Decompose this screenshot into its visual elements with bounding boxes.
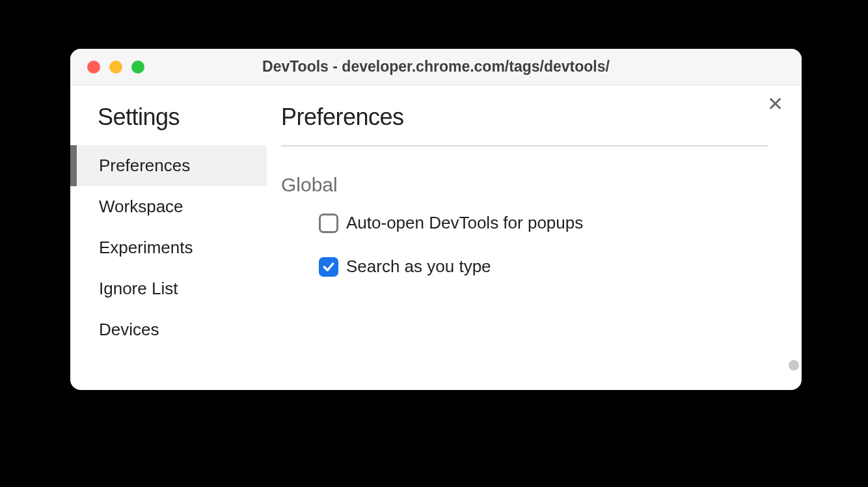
scrollbar-thumb[interactable] [789,360,799,370]
sidebar-item-label: Devices [99,320,159,339]
sidebar: Settings Preferences Workspace Experimen… [70,85,267,390]
content-area: ✕ Settings Preferences Workspace Experim… [70,85,802,390]
option-search-as-you-type[interactable]: Search as you type [319,257,787,277]
sidebar-item-label: Preferences [99,156,190,175]
window-title: DevTools - developer.chrome.com/tags/dev… [70,58,802,76]
sidebar-item-preferences[interactable]: Preferences [70,145,267,186]
sidebar-item-ignore-list[interactable]: Ignore List [70,268,267,309]
sidebar-item-workspace[interactable]: Workspace [70,186,267,227]
checkbox-unchecked-icon[interactable] [319,214,338,233]
window-close-button[interactable] [87,61,100,74]
window-minimize-button[interactable] [109,61,122,74]
traffic-lights [70,61,144,74]
sidebar-item-label: Experiments [99,238,193,257]
divider [281,145,768,146]
sidebar-item-label: Workspace [99,197,183,216]
window-maximize-button[interactable] [131,61,144,74]
titlebar: DevTools - developer.chrome.com/tags/dev… [70,49,802,85]
option-label: Search as you type [346,257,491,277]
option-auto-open-devtools[interactable]: Auto-open DevTools for popups [319,213,787,233]
checkbox-checked-icon[interactable] [319,257,338,277]
sidebar-item-label: Ignore List [99,279,178,298]
sidebar-item-devices[interactable]: Devices [70,309,267,350]
option-label: Auto-open DevTools for popups [346,213,583,233]
sidebar-title: Settings [70,104,267,145]
section-label-global: Global [281,174,787,196]
main-panel: Preferences Global Auto-open DevTools fo… [267,85,802,390]
sidebar-item-experiments[interactable]: Experiments [70,227,267,268]
page-title: Preferences [281,104,787,131]
app-window: DevTools - developer.chrome.com/tags/dev… [70,49,802,390]
